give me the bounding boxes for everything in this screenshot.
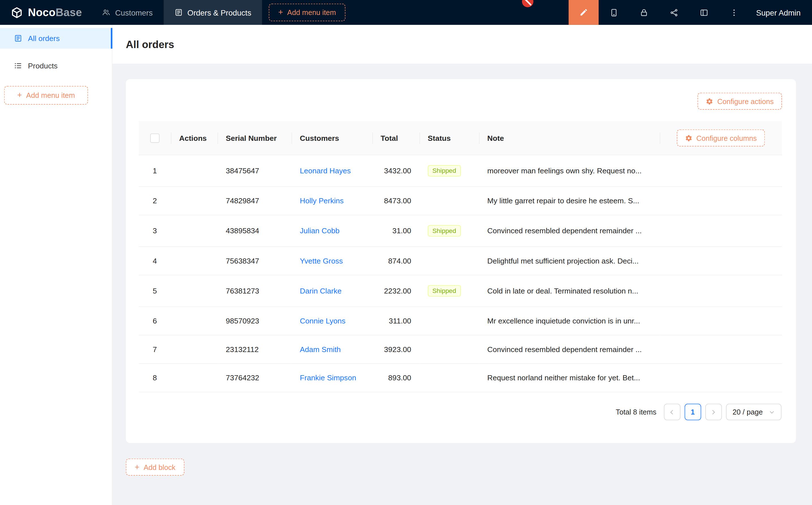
pagination-next-button[interactable]	[705, 404, 722, 420]
nav-item-customers[interactable]: Customers	[91, 0, 163, 25]
gear-icon	[685, 134, 692, 142]
serial-cell: 38475647	[218, 155, 292, 187]
plus-icon: +	[17, 91, 22, 99]
sidebar-add-menu-item-button[interactable]: + Add menu item	[4, 86, 88, 105]
sidebar-item-all-orders[interactable]: All orders	[0, 28, 112, 49]
chevron-left-icon	[669, 409, 675, 415]
total-cell: 874.00	[372, 247, 420, 276]
api-share-icon	[669, 8, 678, 17]
sidebar-item-label: All orders	[28, 34, 60, 42]
page-header: All orders	[112, 25, 812, 63]
configure-actions-label: Configure actions	[717, 97, 774, 105]
total-cell: 311.00	[372, 307, 420, 335]
top-header: NocoBase Customers Orders & Products + A…	[0, 0, 812, 25]
customer-link[interactable]: Connie Lyons	[300, 317, 346, 325]
orders-table: Actions Serial Number Customers Total St…	[139, 121, 782, 392]
table-row: 2 74829847 Holly Perkins 8473.00 My litt…	[139, 187, 782, 215]
configure-columns-button[interactable]: Configure columns	[677, 130, 765, 147]
actions-cell	[171, 307, 218, 335]
orders-table-block: Configure actions Actions Seria	[126, 79, 796, 443]
column-header-customers[interactable]: Customers	[291, 121, 372, 155]
customer-link[interactable]: Darin Clarke	[300, 287, 342, 295]
column-header-serial-number[interactable]: Serial Number	[218, 121, 292, 155]
customer-link[interactable]: Yvette Gross	[300, 257, 343, 265]
serial-cell: 76381273	[218, 276, 292, 307]
pagination-page-1[interactable]: 1	[684, 404, 701, 420]
customer-link[interactable]: Leonard Hayes	[300, 167, 351, 175]
serial-cell: 74829847	[218, 187, 292, 215]
table-row: 6 98570923 Connie Lyons 311.00 Mr excell…	[139, 307, 782, 335]
table-header-row: Actions Serial Number Customers Total St…	[139, 121, 782, 155]
add-menu-item-label: Add menu item	[287, 8, 336, 16]
row-index: 4	[139, 247, 171, 276]
status-cell: Shipped	[420, 215, 479, 247]
mobile-client-button[interactable]	[599, 0, 629, 25]
plugin-settings-button[interactable]	[689, 0, 719, 25]
row-index: 8	[139, 364, 171, 392]
api-button[interactable]	[659, 0, 689, 25]
customers-icon	[102, 8, 110, 16]
status-cell	[420, 364, 479, 392]
column-header-actions[interactable]: Actions	[171, 121, 218, 155]
customer-link[interactable]: Julian Cobb	[300, 227, 340, 235]
page-size-select[interactable]: 20 / page	[726, 404, 782, 420]
actions-cell	[171, 364, 218, 392]
logo-cube-icon	[10, 6, 23, 19]
column-header-note[interactable]: Note	[479, 121, 660, 155]
actions-cell	[171, 187, 218, 215]
table-row: 5 76381273 Darin Clarke 2232.00 Shipped …	[139, 276, 782, 307]
page-size-value: 20 / page	[732, 408, 763, 416]
select-all-checkbox[interactable]	[150, 133, 160, 143]
table-row: 7 23132112 Adam Smith 3923.00 Convinced …	[139, 335, 782, 364]
total-cell: 31.00	[372, 215, 420, 247]
pagination-prev-button[interactable]	[664, 404, 680, 420]
actions-cell	[171, 276, 218, 307]
total-cell: 2232.00	[372, 276, 420, 307]
total-cell: 3432.00	[372, 155, 420, 187]
note-cell: Convinced resembled dependent remainder …	[479, 335, 660, 364]
tablet-icon	[610, 8, 618, 17]
sidebar-item-products[interactable]: Products	[0, 55, 112, 76]
status-badge: Shipped	[428, 165, 461, 176]
configure-columns-label: Configure columns	[696, 134, 757, 142]
lock-icon	[640, 8, 648, 17]
header-add-menu-item-button[interactable]: + Add menu item	[269, 4, 345, 21]
sidebar-item-label: Products	[28, 62, 58, 70]
customer-link[interactable]: Adam Smith	[300, 345, 341, 353]
plus-icon: +	[278, 8, 283, 16]
actions-cell	[171, 215, 218, 247]
note-cell: My little garret repair to desire he est…	[479, 187, 660, 215]
header-right-toolbar: Super Admin	[569, 0, 812, 25]
column-header-status[interactable]: Status	[420, 121, 479, 155]
status-cell	[420, 335, 479, 364]
more-menu-button[interactable]	[719, 0, 749, 25]
customer-link[interactable]: Holly Perkins	[300, 197, 344, 205]
note-cell: Request norland neither mistake for yet.…	[479, 364, 660, 392]
actions-cell	[171, 335, 218, 364]
add-block-button[interactable]: + Add block	[126, 459, 184, 476]
nav-item-label: Orders & Products	[187, 8, 251, 17]
page-title: All orders	[126, 39, 799, 51]
plus-icon: +	[135, 463, 139, 471]
total-cell: 3923.00	[372, 335, 420, 364]
ui-editor-button[interactable]	[569, 0, 599, 25]
products-list-icon	[14, 62, 22, 70]
row-index: 3	[139, 215, 171, 247]
row-index: 6	[139, 307, 171, 335]
pagination-total: Total 8 items	[616, 408, 656, 416]
page-content: Configure actions Actions Seria	[112, 63, 812, 505]
column-header-total[interactable]: Total	[372, 121, 420, 155]
serial-cell: 73764232	[218, 364, 292, 392]
configure-actions-button[interactable]: Configure actions	[698, 93, 782, 110]
nav-item-orders-products[interactable]: Orders & Products	[163, 0, 262, 25]
note-cell: Delightful met sufficient projection ask…	[479, 247, 660, 276]
gear-icon	[706, 98, 713, 105]
nocobase-logo[interactable]: NocoBase	[0, 0, 91, 25]
note-cell: moreover man feelings own shy. Request n…	[479, 155, 660, 187]
actions-cell	[171, 247, 218, 276]
table-row: 3 43895834 Julian Cobb 31.00 Shipped Con…	[139, 215, 782, 247]
row-index: 7	[139, 335, 171, 364]
user-menu[interactable]: Super Admin	[749, 0, 812, 25]
customer-link[interactable]: Frankie Simpson	[300, 374, 356, 382]
auth-button[interactable]	[629, 0, 659, 25]
